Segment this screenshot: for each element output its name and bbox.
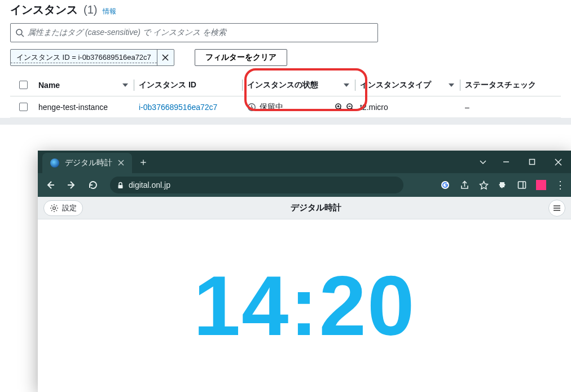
aws-console: インスタンス (1) 情報 属性またはタグ (case-sensitive) で… (0, 0, 571, 118)
search-icon (15, 28, 24, 37)
instances-table: Name インスタンス ID インスタンスの状態 インスタンスタイプ ステータス… (10, 74, 561, 118)
cell-status: – (463, 103, 559, 112)
page-title: インスタンス (10, 2, 78, 17)
sort-icon (122, 83, 128, 87)
svg-line-1 (21, 34, 24, 37)
highlight-box (244, 68, 367, 111)
col-status[interactable]: ステータスチェック (463, 80, 559, 90)
svg-point-0 (16, 29, 22, 35)
remove-filter-button[interactable] (157, 49, 174, 66)
col-type[interactable]: インスタンスタイプ (358, 80, 463, 91)
instance-count: (1) (84, 3, 97, 16)
select-all-checkbox[interactable] (10, 81, 36, 89)
search-input[interactable]: 属性またはタグ (case-sensitive) で インスタンス を検索 (10, 23, 378, 42)
filter-chip-label: インスタンス ID = i-0b376689516ea72c7 (11, 52, 157, 63)
filter-chip-instance-id[interactable]: インスタンス ID = i-0b376689516ea72c7 (10, 49, 174, 66)
search-placeholder: 属性またはタグ (case-sensitive) で インスタンス を検索 (28, 28, 226, 38)
instances-heading: インスタンス (1) 情報 (10, 0, 561, 17)
filter-bar: インスタンス ID = i-0b376689516ea72c7 フィルターをクリ… (10, 49, 561, 66)
cell-type: t2.micro (358, 103, 463, 112)
row-checkbox[interactable] (10, 103, 36, 111)
table-footer-bar (0, 118, 571, 125)
info-link[interactable]: 情報 (103, 7, 116, 16)
close-icon (162, 54, 169, 61)
col-instance-id[interactable]: インスタンス ID (137, 80, 245, 91)
clear-filters-button[interactable]: フィルターをクリア (195, 49, 287, 66)
col-name[interactable]: Name (36, 80, 137, 91)
sort-icon (449, 83, 454, 87)
cell-instance-id[interactable]: i-0b376689516ea72c7 (137, 103, 245, 112)
cell-name: henge-test-instance (36, 103, 137, 112)
